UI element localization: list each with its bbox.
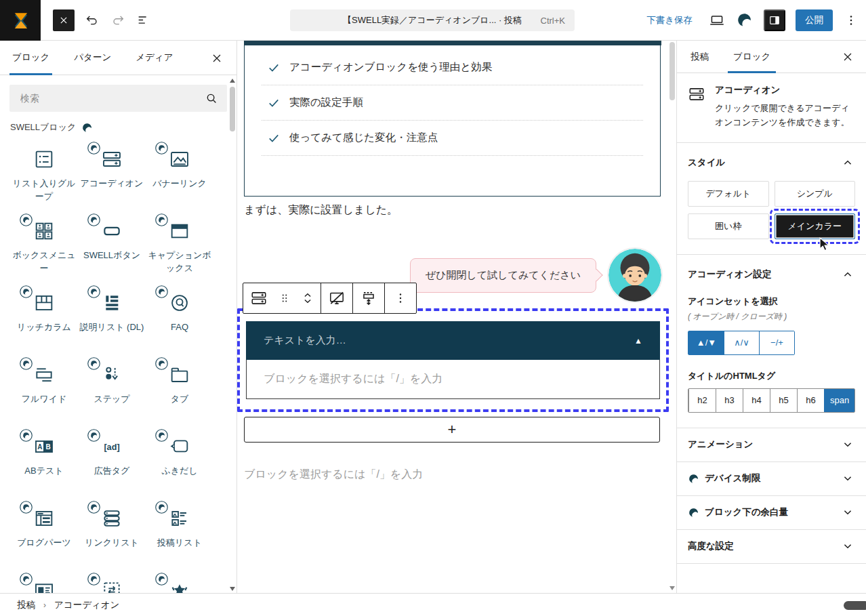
block-item[interactable]: リッチカラム: [10, 281, 78, 353]
block-type-icon: [169, 436, 190, 457]
chevron-down-icon: [840, 505, 855, 520]
inserter-tab[interactable]: パターン: [71, 41, 114, 75]
options-menu-icon[interactable]: [843, 9, 859, 31]
block-margin-button[interactable]: [353, 283, 384, 313]
block-item[interactable]: キャプションボックス: [146, 209, 213, 281]
block-item[interactable]: [10, 569, 78, 593]
block-type-icon: [101, 220, 123, 242]
html-tag-option[interactable]: h3: [716, 389, 743, 412]
settings-tabs: 投稿 ブロック: [677, 41, 866, 73]
speech-bubble[interactable]: ぜひ開閉して試してみてください: [410, 258, 596, 293]
mouse-cursor: [819, 237, 830, 251]
toc-item[interactable]: アコーディオンブロックを使う理由と効果: [262, 50, 643, 85]
block-item[interactable]: ボックスメニュー: [10, 209, 78, 281]
accordion-content-area[interactable]: ブロックを選択するには「/」を入力: [246, 360, 660, 399]
collapsed-section[interactable]: ブロック下の余白量: [677, 496, 866, 530]
block-item[interactable]: [ad] 広告タグ: [78, 425, 146, 497]
accordion-settings-header[interactable]: アコーディオン設定: [688, 264, 855, 283]
search-input[interactable]: [9, 85, 227, 112]
block-item[interactable]: SWELLボタン: [78, 209, 146, 281]
block-item[interactable]: リスト入りグループ: [10, 138, 78, 209]
empty-block-placeholder[interactable]: ブロックを選択するには「/」を入力: [244, 468, 423, 482]
block-item[interactable]: フルワイド: [10, 353, 78, 425]
icon-set-option[interactable]: ▲/▼: [688, 331, 724, 354]
accordion-title-bar[interactable]: テキストを入力… ▲: [246, 321, 660, 360]
html-tag-option[interactable]: h4: [743, 389, 770, 412]
avatar: [607, 247, 663, 303]
html-tag-option[interactable]: h2: [688, 389, 716, 412]
preview-device-icon[interactable]: [708, 12, 726, 29]
block-editor: 【SWELL実録／アコーディオンブロ... · 投稿 Ctrl+K 下書き保存 …: [0, 0, 866, 616]
style-section-header[interactable]: スタイル: [688, 152, 855, 171]
close-settings-icon[interactable]: [839, 48, 857, 66]
style-option-button[interactable]: 囲い枠: [688, 213, 769, 239]
block-item[interactable]: ふきだし: [146, 425, 213, 497]
block-options-button[interactable]: [385, 283, 416, 313]
icon-set-option[interactable]: −/+: [759, 331, 794, 354]
swell-swirl-icon[interactable]: [736, 12, 754, 29]
close-editor-button[interactable]: [53, 9, 75, 31]
toc-box[interactable]: アコーディオンブロックを使う理由と効果 実際の設定手順 使ってみ: [244, 41, 661, 197]
settings-tab[interactable]: 投稿: [689, 41, 710, 73]
collapsed-section[interactable]: アニメーション: [677, 428, 866, 462]
close-inserter-icon[interactable]: [208, 49, 226, 67]
block-type-icon: [101, 508, 123, 529]
html-tag-option[interactable]: h5: [770, 389, 797, 412]
html-tag-option[interactable]: h6: [797, 389, 824, 412]
block-item[interactable]: リンクリスト: [78, 497, 146, 569]
swell-badge-icon: [154, 285, 169, 299]
block-label: アコーディオン: [81, 178, 144, 190]
block-item[interactable]: [146, 569, 213, 593]
block-label: 広告タグ: [94, 465, 130, 478]
block-item[interactable]: アコーディオン: [78, 138, 146, 209]
device-visibility-button[interactable]: [321, 283, 352, 313]
drag-handle[interactable]: [274, 283, 295, 313]
publish-button[interactable]: 公開: [796, 9, 833, 31]
block-item[interactable]: [78, 569, 146, 593]
scrollbar-thumb[interactable]: [230, 87, 235, 131]
scrollbar-thumb[interactable]: [669, 42, 675, 100]
block-label: ふきだし: [161, 465, 197, 478]
collapsed-section[interactable]: 高度な設定: [677, 530, 866, 564]
toc-item[interactable]: 使ってみて感じた変化・注意点: [262, 121, 643, 156]
style-option-button[interactable]: デフォルト: [688, 181, 769, 207]
block-item[interactable]: FAQ: [146, 281, 213, 353]
style-option-button[interactable]: メインカラー: [775, 213, 856, 239]
toc-item[interactable]: 実際の設定手順: [262, 85, 643, 121]
block-item[interactable]: タブ: [146, 353, 213, 425]
swell-badge-icon: [154, 141, 169, 155]
breadcrumb-current[interactable]: アコーディオン: [54, 599, 119, 611]
block-item[interactable]: バナーリンク: [146, 138, 213, 209]
move-up-down-buttons[interactable]: [295, 283, 321, 313]
block-item[interactable]: ステップ: [78, 353, 146, 425]
document-title-bar[interactable]: 【SWELL実録／アコーディオンブロ... · 投稿 Ctrl+K: [290, 9, 575, 31]
breadcrumb-root[interactable]: 投稿: [17, 599, 35, 611]
icon-set-option[interactable]: ∧/∨: [724, 331, 759, 354]
undo-button[interactable]: [81, 9, 103, 31]
block-item[interactable]: ブログパーツ: [10, 497, 78, 569]
settings-tab[interactable]: ブロック: [732, 41, 772, 73]
block-item[interactable]: AB ABテスト: [10, 425, 78, 497]
html-tag-option[interactable]: span: [824, 389, 854, 412]
block-item[interactable]: 投稿リスト: [146, 497, 213, 569]
inserter-tab[interactable]: メディア: [133, 41, 176, 75]
inserter-tab[interactable]: ブロック: [9, 41, 52, 75]
list-view-button[interactable]: [133, 9, 154, 31]
canvas-scrollbar[interactable]: [668, 41, 676, 593]
block-item[interactable]: 説明リスト (DL): [78, 281, 146, 353]
swell-logo[interactable]: [0, 0, 41, 41]
settings-panel-toggle[interactable]: [764, 9, 785, 31]
resize-handle[interactable]: [844, 601, 866, 610]
block-type-button[interactable]: [243, 283, 274, 313]
selected-accordion-block[interactable]: テキストを入力… ▲ ブロックを選択するには「/」を入力: [237, 308, 669, 412]
save-draft-button[interactable]: 下書き保存: [641, 10, 698, 30]
paragraph-block[interactable]: まずは、実際に設置しました。: [244, 203, 398, 218]
style-option-button[interactable]: シンプル: [775, 181, 856, 207]
collapsed-section[interactable]: デバイス制限: [677, 462, 866, 496]
breadcrumb-bar: 投稿 › アコーディオン: [0, 593, 866, 616]
inserter-scrollbar[interactable]: [228, 76, 236, 593]
swell-badge-icon: [19, 285, 33, 299]
add-block-appender[interactable]: +: [244, 417, 660, 443]
block-type-icon: [33, 508, 55, 529]
redo-button[interactable]: [107, 9, 129, 31]
